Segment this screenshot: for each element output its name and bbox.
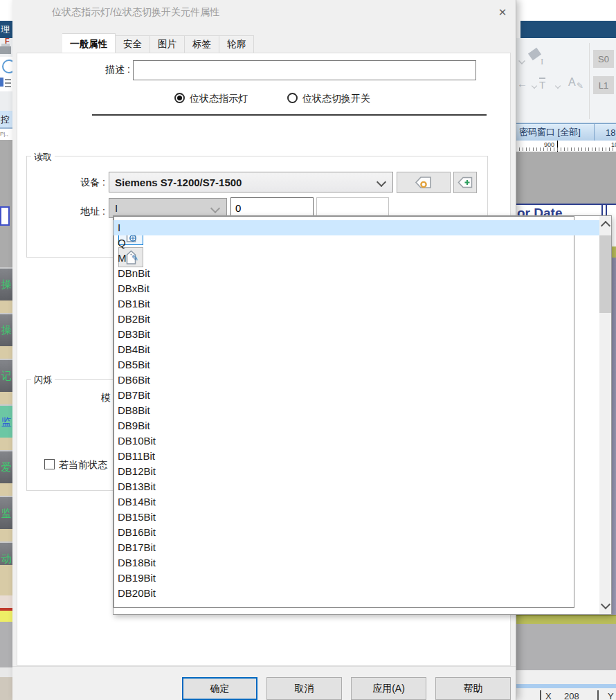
status-bar: X 208 Y [516, 688, 616, 700]
format-painter-caret: I [541, 56, 543, 67]
dialog-tab[interactable]: 安全 [116, 35, 150, 53]
list-item[interactable]: DB1Bit [114, 296, 574, 312]
list-item[interactable]: DB19Bit [114, 571, 574, 586]
flash-group-label: 闪烁 [31, 374, 55, 386]
list-item[interactable]: DB15Bit [114, 510, 574, 525]
list-icon-line [5, 79, 11, 80]
circle-icon [2, 60, 12, 73]
tag-plus-icon [458, 177, 473, 188]
background-titlebar [520, 21, 616, 38]
background-sidebar-button: 记 [0, 359, 12, 392]
status-x-label: X [545, 691, 552, 700]
canvas-divider [606, 205, 607, 215]
list-item[interactable]: DBxBit [114, 281, 574, 296]
list-item[interactable]: DB11Bit [114, 449, 574, 464]
list-item[interactable]: DB16Bit [114, 525, 574, 540]
background-sidebar-button: 监 [0, 404, 12, 438]
footer-separator [12, 666, 516, 667]
background-filler [0, 611, 12, 622]
canvas-object-fragment [0, 206, 10, 226]
dialog-tab[interactable]: 一般属性 [62, 33, 116, 54]
read-group-label: 读取 [31, 151, 55, 163]
dialog-tab[interactable]: 标签 [185, 35, 219, 53]
dialog-tab[interactable]: 轮廓 [219, 35, 254, 53]
list-item[interactable]: I [114, 220, 574, 235]
canvas-header-text: or Date [517, 206, 562, 215]
background-filler [0, 667, 12, 677]
background-sidebar: 操操记监爱监动 [0, 267, 12, 565]
list-item[interactable]: DB13Bit [114, 479, 574, 494]
address-type-dropdown-popup: ✎ IQMDBnBitDBxBitDB1BitDB2BitDB3BitDB4Bi… [113, 215, 612, 615]
status-x-value: 208 [564, 691, 579, 700]
list-item[interactable]: DB18Bit [114, 555, 574, 571]
list-icon-line [5, 82, 11, 84]
list-item[interactable]: DB10Bit [114, 433, 574, 449]
list-item[interactable]: DB12Bit [114, 464, 574, 479]
dialog-footer: 确定取消应用(A)帮助 [182, 677, 511, 700]
background-toolbar: I ← T A ✎ S0 L1 [516, 38, 616, 123]
address-type-value: I [109, 202, 118, 214]
background-filler [0, 595, 12, 608]
ruler-horizontal: 900 10 [516, 141, 616, 152]
dialog-footer-button[interactable]: 确定 [182, 677, 257, 700]
dialog-footer-button[interactable]: 帮助 [435, 677, 511, 700]
address-extra-input[interactable] [316, 197, 389, 217]
radio-bit-lamp[interactable] [174, 93, 185, 103]
background-filler [516, 670, 616, 684]
canvas-header-fragment: or Date [516, 204, 616, 215]
tab-label-fragment: 控 [1, 114, 10, 126]
align-top-icon: T [539, 78, 545, 91]
list-icon-line [5, 86, 11, 87]
radio-bit-switch-label: 位状态切换开关 [302, 93, 370, 105]
list-item[interactable]: DB6Bit [114, 373, 574, 388]
radio-bit-lamp-label: 位状态指示灯 [190, 93, 248, 105]
background-olive-strip [516, 615, 616, 624]
list-item[interactable]: DB20Bit [114, 586, 574, 601]
list-item[interactable]: DB17Bit [114, 540, 574, 555]
arrow-left-icon: ← [517, 78, 527, 89]
toolbar-separator [589, 43, 590, 119]
ruler-ticks [516, 147, 616, 151]
list-item[interactable]: DB9Bit [114, 418, 574, 433]
list-item[interactable]: DB5Bit [114, 357, 574, 373]
description-input[interactable] [133, 60, 476, 80]
list-item[interactable]: DB8Bit [114, 403, 574, 418]
device-combobox[interactable]: Siemens S7-1200/S7-1500 [109, 172, 393, 192]
flash-condition-label: 若当前状态 [59, 459, 107, 472]
background-sliver [612, 215, 616, 246]
dialog-tab-bar: 一般属性安全图片标签轮廓 [62, 33, 254, 53]
flash-mode-label: 模 [101, 392, 111, 404]
address-type-listbox: IQMDBnBitDBxBitDB1BitDB2BitDB3BitDB4BitD… [114, 216, 574, 608]
menu-item-fragment: 理 [1, 24, 10, 36]
list-item[interactable]: M [114, 251, 574, 266]
close-button[interactable]: ✕ [493, 4, 512, 21]
state-button-s0[interactable]: S0 [593, 50, 614, 68]
list-item[interactable]: DB4Bit [114, 342, 574, 357]
list-item[interactable]: Q [114, 235, 574, 251]
device-label: 设备 : [54, 177, 105, 189]
background-sidebar-button: 监 [0, 496, 12, 529]
list-item[interactable]: DBnBit [114, 266, 574, 281]
dialog-footer-button[interactable]: 应用(A) [351, 677, 426, 700]
tag-library-button[interactable] [397, 172, 451, 193]
tag-add-button[interactable] [453, 172, 477, 193]
status-y-label: Y [608, 691, 614, 700]
chevron-down-icon [377, 177, 386, 187]
list-item[interactable]: DB14Bit [114, 494, 574, 510]
status-separator [597, 690, 599, 700]
background-sliver [612, 246, 616, 258]
dialog-tab[interactable]: 图片 [150, 35, 185, 53]
dialog-footer-button[interactable]: 取消 [266, 677, 342, 700]
window-tab-strip: 密码窗口 [全部] 18 [516, 123, 616, 141]
list-item[interactable]: DB7Bit [114, 388, 574, 403]
radio-bit-switch[interactable] [287, 93, 298, 103]
window-tab-18[interactable]: 18 [594, 123, 616, 141]
background-sidebar-button: 爱 [0, 450, 12, 483]
background-menubar-fragment: 理 [0, 21, 12, 38]
status-separator [540, 690, 541, 700]
state-button-l1[interactable]: L1 [593, 76, 614, 94]
window-tab-password[interactable]: 密码窗口 [全部] [516, 123, 597, 141]
flash-condition-checkbox[interactable] [44, 459, 55, 469]
list-item[interactable]: DB3Bit [114, 327, 574, 342]
list-item[interactable]: DB2Bit [114, 312, 574, 327]
